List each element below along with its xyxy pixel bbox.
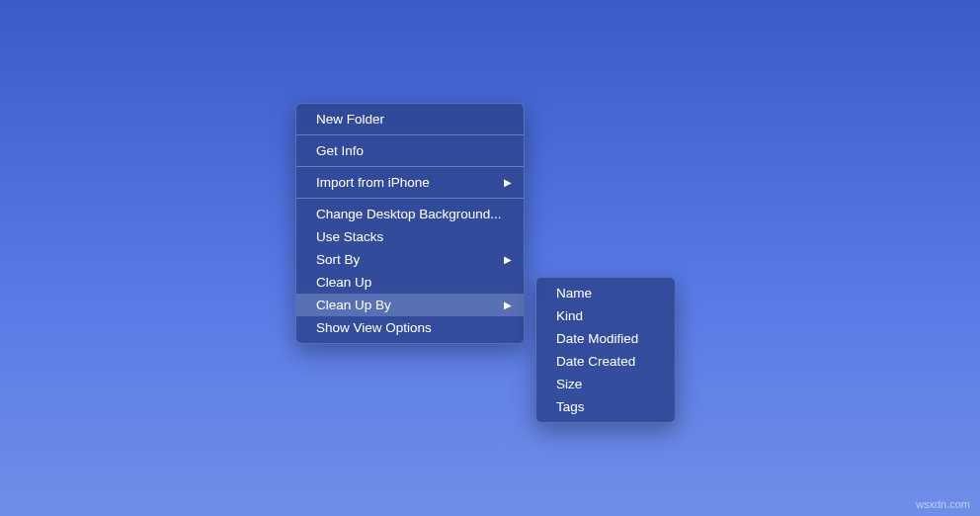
menu-item-label: Sort By xyxy=(316,250,360,269)
menu-item-clean-up[interactable]: Clean Up xyxy=(296,271,524,294)
clean-up-by-submenu: Name Kind Date Modified Date Created Siz… xyxy=(535,277,676,423)
submenu-item-kind[interactable]: Kind xyxy=(536,304,675,327)
submenu-item-size[interactable]: Size xyxy=(536,373,675,395)
menu-item-label: Size xyxy=(556,375,582,393)
menu-item-label: Clean Up By xyxy=(316,296,391,314)
chevron-right-icon: ▶ xyxy=(490,173,512,192)
watermark-text: wsxdn.com xyxy=(916,498,970,510)
menu-item-get-info[interactable]: Get Info xyxy=(296,139,524,162)
menu-separator xyxy=(296,198,524,199)
menu-item-change-desktop-background[interactable]: Change Desktop Background... xyxy=(296,203,524,225)
menu-item-label: Name xyxy=(556,284,592,302)
menu-item-new-folder[interactable]: New Folder xyxy=(296,108,524,130)
menu-item-label: Date Modified xyxy=(556,329,638,348)
menu-item-label: Import from iPhone xyxy=(316,173,430,192)
menu-item-label: Get Info xyxy=(316,141,364,160)
menu-item-show-view-options[interactable]: Show View Options xyxy=(296,316,524,339)
chevron-right-icon: ▶ xyxy=(490,296,512,314)
menu-item-sort-by[interactable]: Sort By ▶ xyxy=(296,248,524,271)
menu-item-label: Show View Options xyxy=(316,318,432,337)
menu-item-label: Date Created xyxy=(556,352,635,371)
submenu-item-date-created[interactable]: Date Created xyxy=(536,350,675,373)
desktop-context-menu: New Folder Get Info Import from iPhone ▶… xyxy=(295,103,525,344)
menu-item-use-stacks[interactable]: Use Stacks xyxy=(296,225,524,248)
submenu-item-tags[interactable]: Tags xyxy=(536,395,675,418)
menu-item-import-from-iphone[interactable]: Import from iPhone ▶ xyxy=(296,171,524,194)
menu-item-label: Kind xyxy=(556,306,583,325)
menu-separator xyxy=(296,166,524,167)
menu-item-label: Use Stacks xyxy=(316,227,383,246)
submenu-item-date-modified[interactable]: Date Modified xyxy=(536,327,675,350)
menu-item-clean-up-by[interactable]: Clean Up By ▶ xyxy=(296,294,524,316)
menu-item-label: Clean Up xyxy=(316,273,371,292)
menu-item-label: Change Desktop Background... xyxy=(316,205,502,223)
submenu-item-name[interactable]: Name xyxy=(536,282,675,304)
menu-separator xyxy=(296,134,524,135)
chevron-right-icon: ▶ xyxy=(490,250,512,269)
menu-item-label: New Folder xyxy=(316,110,384,129)
menu-item-label: Tags xyxy=(556,397,585,416)
